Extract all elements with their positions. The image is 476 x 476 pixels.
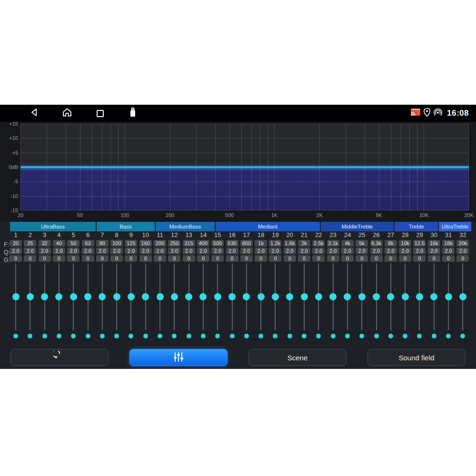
band-slider-thumb[interactable] <box>315 293 322 300</box>
band-gain-value: 0 <box>312 255 325 262</box>
band-slider-thumb[interactable] <box>430 293 437 300</box>
band-number: 12 <box>167 231 181 238</box>
band-number: 31 <box>441 231 456 238</box>
band-gain-value: 0 <box>183 255 195 262</box>
band-slider-thumb[interactable] <box>387 293 394 300</box>
band-number: 30 <box>427 231 441 238</box>
band-number: 3 <box>38 231 52 238</box>
recents-button[interactable] <box>94 108 106 119</box>
band-slider-thumb[interactable] <box>272 293 279 300</box>
reset-button[interactable] <box>10 349 109 366</box>
band-slider-thumb[interactable] <box>243 293 250 300</box>
band-slider-thumb[interactable] <box>157 293 164 300</box>
band-frequency-value: 250 <box>168 240 180 247</box>
x-axis-label: 5K <box>368 212 389 218</box>
band-slider-thumb[interactable] <box>301 293 308 300</box>
band-frequency-value: 6.3k <box>370 240 383 247</box>
band-slider-thumb[interactable] <box>402 293 409 300</box>
band-indicator-dot <box>258 334 263 338</box>
band-number: 22 <box>311 231 326 238</box>
band-number: 9 <box>124 231 138 238</box>
band-slider-thumb[interactable] <box>416 293 423 300</box>
band-slider-thumb[interactable] <box>258 293 265 300</box>
band-frequency-value: 500 <box>211 240 224 247</box>
x-axis-label: 20K <box>458 212 476 218</box>
band-gain-value: 0 <box>284 255 296 262</box>
band-number: 24 <box>340 231 355 238</box>
scene-button[interactable]: Scene <box>248 349 347 366</box>
band-q-value: 2.0 <box>385 248 397 254</box>
band-slider-thumb[interactable] <box>228 293 236 300</box>
band-frequency-value: 125 <box>125 240 137 247</box>
band-slider-thumb[interactable] <box>128 293 135 300</box>
band-number: 11 <box>153 231 167 238</box>
bottom-button-row: Scene Sound field <box>10 349 466 366</box>
band-frequency-value: 4k <box>341 240 354 247</box>
band-slider-thumb[interactable] <box>286 293 293 300</box>
band-number: 26 <box>369 231 384 238</box>
band-slider-thumb[interactable] <box>199 293 207 300</box>
band-slider-thumb[interactable] <box>142 293 149 300</box>
band-number: 23 <box>326 231 340 238</box>
band-indicator-dot <box>244 334 249 338</box>
band-q-value: 2.0 <box>413 248 426 254</box>
back-button[interactable] <box>29 108 40 119</box>
band-slider-thumb[interactable] <box>373 293 380 300</box>
band-slider-thumb[interactable] <box>445 293 452 300</box>
hotspot-icon <box>433 108 443 119</box>
band-indicator-dot <box>432 334 436 338</box>
band-slider-thumb[interactable] <box>329 293 337 300</box>
band-slider-thumb[interactable] <box>84 293 91 300</box>
band-gain-value: 0 <box>226 255 238 262</box>
band-slider-thumb[interactable] <box>344 293 351 300</box>
band-number: 13 <box>182 231 196 238</box>
band-indicator-dot <box>57 334 61 338</box>
home-button[interactable] <box>61 108 73 119</box>
band-gain-value: 0 <box>39 255 51 262</box>
band-indicator-dot <box>215 334 220 338</box>
band-frequency-value: 2.5k <box>312 240 325 247</box>
bands-area: F: Q: G: 1202.002252.003322.004402.00550… <box>0 228 476 349</box>
band-slider-thumb[interactable] <box>185 293 192 300</box>
band-indicator-dot <box>158 334 162 338</box>
band-number: 5 <box>66 231 80 238</box>
band-gain-value: 0 <box>154 255 166 262</box>
band-slider-thumb[interactable] <box>27 293 34 300</box>
band-gain-value: 0 <box>442 255 455 262</box>
band-slider-thumb[interactable] <box>12 293 20 300</box>
band-q-value: 2.0 <box>125 248 137 254</box>
band-slider-thumb[interactable] <box>41 293 48 300</box>
gridline-horizontal <box>20 181 469 182</box>
screen-cast-icon <box>410 108 421 119</box>
equalizer-button[interactable] <box>129 349 228 366</box>
band-number: 18 <box>254 231 268 238</box>
band-gain-value: 0 <box>399 255 411 262</box>
band-number: 32 <box>456 231 470 238</box>
band-number: 4 <box>52 231 66 238</box>
band-slider-thumb[interactable] <box>459 293 466 300</box>
band-gain-value: 0 <box>96 255 109 262</box>
band-slider-thumb[interactable] <box>358 293 366 300</box>
band-slider-thumb[interactable] <box>70 293 77 300</box>
band-frequency-value: 160 <box>139 240 152 247</box>
eq-response-fill <box>20 167 469 210</box>
band-indicator-dot <box>331 334 336 338</box>
band-frequency-value: 25 <box>24 240 36 247</box>
sound-field-button[interactable]: Sound field <box>367 349 466 366</box>
band-slider-thumb[interactable] <box>99 293 106 300</box>
gridline-horizontal <box>20 124 469 124</box>
status-bar: 16:08 <box>0 105 476 122</box>
band-slider-thumb[interactable] <box>214 293 221 300</box>
band-slider-thumb[interactable] <box>113 293 120 300</box>
band-slider-thumb[interactable] <box>55 293 62 300</box>
band-slider-thumb[interactable] <box>171 293 178 300</box>
x-axis-label: 1K <box>264 212 285 218</box>
band-number: 29 <box>412 231 426 238</box>
band-indicator-dot <box>71 334 76 338</box>
recents-icon <box>97 110 104 117</box>
equalizer-sliders-icon <box>171 351 186 365</box>
band-gain-value: 0 <box>327 255 339 262</box>
x-axis-label: 10K <box>413 212 434 218</box>
gridline-horizontal <box>20 210 469 210</box>
location-icon <box>423 108 431 119</box>
